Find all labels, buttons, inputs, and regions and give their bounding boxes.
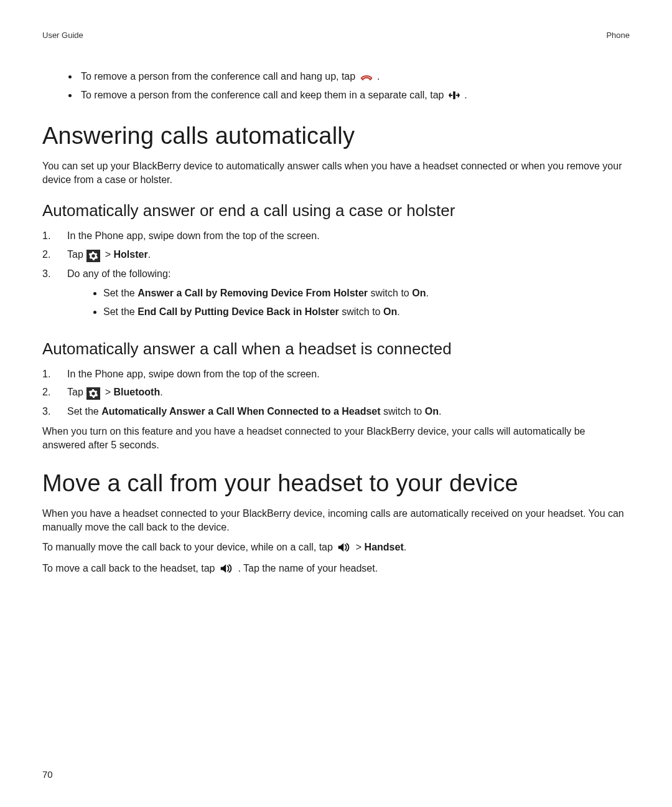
text: . [377, 71, 380, 82]
text: switch to [368, 288, 412, 298]
text-bold: Handset [365, 542, 404, 552]
text: To remove a person from the conference c… [81, 71, 358, 82]
text-bold: Answer a Call by Removing Device From Ho… [138, 288, 368, 298]
step-text: Tap > Bluetooth. [67, 385, 630, 400]
text: > [105, 387, 114, 397]
paragraph: You can set up your BlackBerry device to… [42, 159, 630, 186]
text: . [404, 542, 406, 552]
step-text: Set the Automatically Answer a Call When… [67, 405, 630, 418]
text-bold: On [383, 306, 397, 317]
text: . [160, 387, 162, 397]
paragraph-headset: To move a call back to the headset, tap … [42, 562, 630, 577]
text-bold: Automatically Answer a Call When Connect… [101, 406, 380, 417]
intro-bullet-1: To remove a person from the conference c… [78, 70, 630, 85]
step-text: Do any of the following: [67, 268, 170, 279]
page-number: 70 [42, 768, 53, 781]
text-bold: On [412, 288, 426, 298]
text-bold: End Call by Putting Device Back in Holst… [138, 306, 339, 317]
step-3-sub-bullets: Set the Answer a Call by Removing Device… [67, 286, 630, 319]
text: switch to [381, 406, 425, 417]
step-number: 2. [42, 248, 67, 262]
step-1: 1. In the Phone app, swipe down from the… [42, 367, 630, 381]
text: . [397, 306, 399, 317]
step-number: 2. [42, 385, 67, 400]
split-call-icon [449, 90, 460, 104]
intro-bullet-list: To remove a person from the conference c… [42, 70, 630, 104]
text: > [105, 249, 114, 260]
text: . [426, 288, 428, 298]
text: . [148, 249, 151, 260]
step-3: 3. Do any of the following: Set the Answ… [42, 267, 630, 324]
header-right: Phone [606, 30, 630, 41]
paragraph-handset: To manually move the call back to your d… [42, 540, 630, 556]
text: switch to [339, 306, 383, 317]
text: Set the [103, 288, 138, 298]
step-number: 1. [42, 367, 67, 381]
intro-bullet-2: To remove a person from the conference c… [78, 88, 630, 104]
heading-answering-calls-automatically: Answering calls automatically [42, 120, 630, 152]
heading-auto-answer-holster: Automatically answer or end a call using… [42, 200, 630, 222]
step-number: 3. [42, 267, 67, 324]
step-3: 3. Set the Automatically Answer a Call W… [42, 405, 630, 418]
text: To move a call back to the headset, tap [42, 563, 218, 573]
paragraph: When you have a headset connected to you… [42, 507, 630, 534]
sub-bullet-2: Set the End Call by Putting Device Back … [103, 305, 630, 319]
paragraph: When you turn on this feature and you ha… [42, 425, 630, 451]
step-text: In the Phone app, swipe down from the to… [67, 229, 630, 243]
steps-headset: 1. In the Phone app, swipe down from the… [42, 367, 630, 418]
steps-holster: 1. In the Phone app, swipe down from the… [42, 229, 630, 324]
text: To remove a person from the conference c… [81, 90, 447, 100]
header-left: User Guide [42, 30, 83, 41]
text: Tap [67, 387, 86, 397]
step-number: 1. [42, 229, 67, 243]
document-page: User Guide Phone To remove a person from… [0, 0, 672, 807]
text: To manually move the call back to your d… [42, 542, 335, 552]
heading-auto-answer-headset: Automatically answer a call when a heads… [42, 338, 630, 360]
hang-up-icon [360, 72, 373, 85]
text: . [439, 406, 441, 417]
text-bold: On [425, 406, 439, 417]
text: . [464, 90, 467, 100]
text: Tap [67, 249, 86, 260]
audio-output-icon [220, 564, 233, 577]
step-2: 2. Tap > Holster. [42, 248, 630, 262]
settings-icon [86, 387, 100, 400]
sub-bullet-1: Set the Answer a Call by Removing Device… [103, 286, 630, 300]
text: . Tap the name of your headset. [238, 563, 378, 573]
page-header: User Guide Phone [42, 30, 630, 66]
text: Set the [103, 306, 138, 317]
settings-icon [86, 250, 100, 262]
step-1: 1. In the Phone app, swipe down from the… [42, 229, 630, 243]
audio-output-icon [337, 542, 351, 556]
step-text: Tap > Holster. [67, 248, 630, 262]
text: > [356, 542, 365, 552]
step-2: 2. Tap > Bluetooth. [42, 385, 630, 400]
heading-move-call: Move a call from your headset to your de… [42, 468, 630, 499]
step-number: 3. [42, 405, 67, 418]
step-text: In the Phone app, swipe down from the to… [67, 367, 630, 381]
text-bold: Bluetooth [114, 387, 161, 397]
text: Set the [67, 406, 101, 417]
text-bold: Holster [114, 249, 148, 260]
